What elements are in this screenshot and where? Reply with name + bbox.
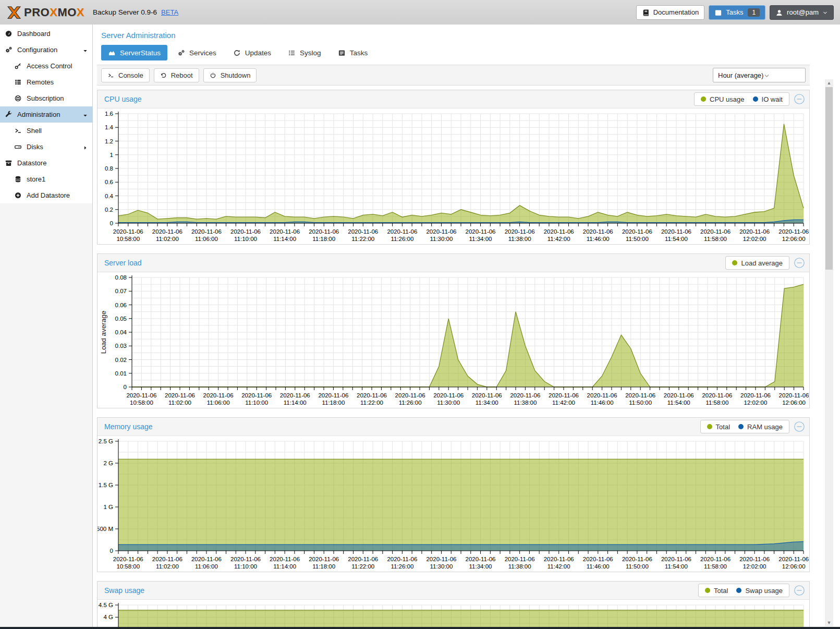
gears-icon [177, 49, 185, 57]
sidebar-item-administration[interactable]: Administration [0, 106, 92, 123]
svg-text:4.5 G: 4.5 G [99, 602, 113, 608]
svg-text:2020-11-06: 2020-11-06 [113, 556, 143, 562]
sidebar-item-access-control[interactable]: Access Control [0, 58, 92, 74]
panel-title: CPU usage [102, 95, 142, 103]
svg-text:2020-11-06: 2020-11-06 [583, 556, 613, 562]
legend-dot [705, 588, 710, 593]
svg-text:11:10:00: 11:10:00 [234, 563, 257, 570]
tab-updates[interactable]: Updates [226, 45, 278, 61]
svg-text:11:06:00: 11:06:00 [207, 400, 230, 406]
reboot-button[interactable]: Reboot [154, 68, 199, 82]
scroll-down-arrow[interactable]: ▼ [825, 619, 833, 626]
charts-container: CPU usageCPU usageIO wait00.20.40.60.811… [97, 86, 840, 629]
sidebar-item-add-datastore[interactable]: Add Datastore [0, 187, 92, 203]
sidebar-item-label: Administration [17, 111, 60, 118]
legend-item[interactable]: Load average [732, 259, 783, 267]
collapse-panel-button[interactable] [794, 93, 805, 105]
legend-item[interactable]: Total [707, 423, 730, 431]
svg-text:2020-11-06: 2020-11-06 [472, 392, 502, 398]
svg-text:2020-11-06: 2020-11-06 [357, 392, 387, 398]
cpu-usage-panel: CPU usageCPU usageIO wait00.20.40.60.811… [97, 90, 810, 245]
svg-text:11:18:00: 11:18:00 [312, 236, 335, 242]
time-range-select[interactable]: Hour (average) [713, 68, 806, 82]
panel-title: Server load [102, 259, 142, 267]
svg-text:1 G: 1 G [103, 504, 113, 510]
svg-text:2020-11-06: 2020-11-06 [270, 228, 300, 235]
database-icon [14, 175, 22, 183]
time-range-value: Hour (average) [718, 71, 763, 79]
terminal-icon [107, 72, 114, 79]
svg-text:11:06:00: 11:06:00 [195, 236, 218, 242]
beta-link[interactable]: BETA [161, 8, 178, 16]
svg-text:11:34:00: 11:34:00 [469, 563, 492, 570]
user-menu-button[interactable]: root@pam [770, 5, 834, 20]
list-ul-icon [288, 49, 296, 57]
wrench-icon [5, 111, 13, 118]
sidebar-item-dashboard[interactable]: Dashboard [0, 26, 92, 42]
svg-text:0: 0 [110, 548, 113, 554]
sidebar-item-remotes[interactable]: Remotes [0, 74, 92, 90]
sidebar-item-shell[interactable]: Shell [0, 123, 92, 139]
svg-text:11:30:00: 11:30:00 [437, 400, 460, 406]
svg-text:10:58:00: 10:58:00 [116, 236, 140, 242]
svg-text:2020-11-06: 2020-11-06 [191, 556, 222, 562]
legend-item[interactable]: Swap usage [736, 587, 783, 595]
legend-item[interactable]: Total [705, 587, 728, 595]
shutdown-button[interactable]: Shutdown [203, 68, 257, 82]
proxmox-logo: PROXMOX [6, 5, 84, 20]
svg-text:2020-11-06: 2020-11-06 [779, 392, 809, 398]
svg-text:2020-11-06: 2020-11-06 [739, 556, 770, 562]
panel-title: Swap usage [102, 586, 144, 595]
legend-label: Total [714, 587, 728, 595]
app-header: PROXMOX Backup Server 0.9-6 BETA Documen… [0, 0, 840, 25]
collapse-panel-button[interactable] [794, 257, 805, 269]
tasks-button[interactable]: Tasks 1 [709, 5, 765, 20]
svg-text:2020-11-06: 2020-11-06 [661, 228, 691, 235]
svg-text:11:18:00: 11:18:00 [322, 400, 345, 406]
console-button[interactable]: Console [101, 68, 150, 82]
scroll-up-arrow[interactable]: ▲ [825, 79, 833, 87]
sidebar-item-datastore[interactable]: Datastore [0, 155, 92, 171]
legend-item[interactable]: RAM usage [738, 423, 783, 431]
svg-text:1.5 G: 1.5 G [99, 482, 113, 488]
legend-item[interactable]: CPU usage [701, 95, 744, 103]
tab-serverstatus[interactable]: ServerStatus [101, 45, 167, 61]
svg-text:11:18:00: 11:18:00 [312, 563, 335, 570]
caret-down-icon [82, 111, 89, 118]
legend-item[interactable]: IO wait [753, 95, 783, 103]
memory-usage-panel-header: Memory usageTotalRAM usage [98, 418, 809, 436]
collapse-panel-button[interactable] [794, 421, 805, 432]
svg-text:0.06: 0.06 [115, 302, 127, 308]
legend-label: CPU usage [710, 95, 744, 103]
scrollbar-thumb[interactable] [825, 87, 833, 270]
svg-text:11:46:00: 11:46:00 [591, 400, 614, 406]
sidebar-item-disks[interactable]: Disks [0, 139, 92, 155]
svg-text:11:26:00: 11:26:00 [399, 400, 422, 406]
tab-syslog[interactable]: Syslog [281, 45, 328, 61]
hdd-icon [14, 143, 22, 151]
vertical-scrollbar[interactable]: ▲ ▼ [825, 79, 833, 626]
sidebar-item-configuration[interactable]: Configuration [0, 42, 92, 58]
server-load-panel: Server loadLoad average00.010.020.030.04… [97, 253, 810, 408]
svg-text:11:26:00: 11:26:00 [391, 236, 413, 242]
svg-text:2020-11-06: 2020-11-06 [700, 228, 731, 235]
legend-dot [707, 424, 712, 429]
undo-icon [160, 72, 167, 79]
user-icon [775, 8, 783, 16]
svg-text:11:46:00: 11:46:00 [587, 236, 610, 242]
sidebar-item-store1[interactable]: store1 [0, 171, 92, 187]
collapse-panel-button[interactable] [794, 585, 805, 596]
svg-text:11:30:00: 11:30:00 [430, 563, 453, 570]
tab-tasks[interactable]: Tasks [331, 45, 375, 61]
legend-dot [738, 424, 744, 429]
svg-text:4 G: 4 G [103, 614, 113, 620]
tab-services[interactable]: Services [171, 45, 223, 61]
svg-text:2020-11-06: 2020-11-06 [318, 392, 348, 398]
svg-text:1: 1 [110, 152, 113, 158]
sidebar-item-subscription[interactable]: Subscription [0, 90, 92, 106]
svg-text:Load average: Load average [100, 311, 107, 354]
legend-label: RAM usage [747, 423, 783, 431]
book-icon [642, 8, 650, 16]
svg-text:1.6: 1.6 [105, 111, 113, 117]
documentation-button[interactable]: Documentation [636, 5, 704, 20]
